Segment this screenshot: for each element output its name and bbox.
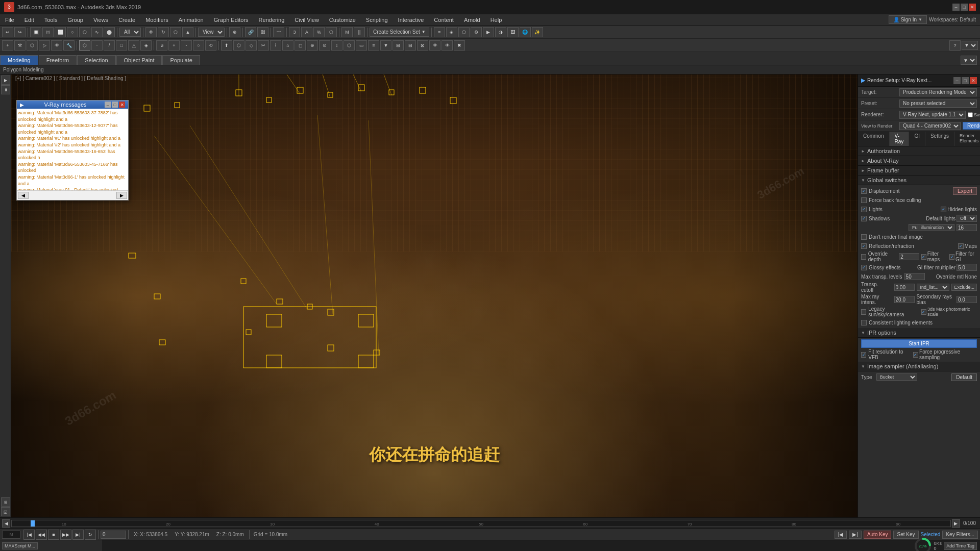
play-btn[interactable]: ▶ [1, 76, 10, 85]
weld-btn[interactable]: ⊕ [307, 40, 318, 51]
shrink-selection-btn[interactable]: - [181, 40, 192, 51]
percent-snap-btn[interactable]: % [313, 27, 325, 37]
cut-btn[interactable]: ✂ [258, 40, 269, 51]
3d-snap-btn[interactable]: 3 [289, 27, 300, 37]
rp-tab-vray[interactable]: V-Ray [890, 132, 910, 146]
menu-create[interactable]: Create [113, 14, 140, 25]
filter-maps-checkbox[interactable] [921, 254, 926, 260]
flip-btn[interactable]: ↕ [331, 40, 342, 51]
render-btn[interactable]: ▶ [483, 27, 494, 37]
undo-btn[interactable]: ↩ [2, 27, 13, 37]
render-setup-btn[interactable]: ⚙ [471, 27, 482, 37]
authorization-section-header[interactable]: Authorization [858, 146, 980, 156]
chamfer-btn[interactable]: ◇ [246, 40, 257, 51]
select-filter-dropdown[interactable]: All [119, 28, 141, 37]
play-fwd-btn[interactable]: ▶▶ [60, 530, 71, 540]
auto-key-btn[interactable]: Auto Key [864, 531, 892, 539]
lasso-select-btn[interactable]: ∿ [91, 27, 103, 37]
bevel-btn[interactable]: ⬡ [233, 40, 244, 51]
menu-civil-view[interactable]: Civil View [289, 14, 324, 25]
target-weld-btn[interactable]: ⊙ [319, 40, 330, 51]
ind-list-dropdown[interactable]: Ind_list... [917, 284, 950, 291]
paint-select-btn[interactable]: ⬤ [104, 27, 115, 37]
menu-edit[interactable]: Edit [19, 14, 39, 25]
max-transp-input[interactable] [904, 273, 925, 280]
vray-msg-next-btn[interactable]: ▶ [116, 192, 127, 199]
move-btn[interactable]: ✥ [145, 27, 157, 37]
menu-tools[interactable]: Tools [39, 14, 63, 25]
timeline-track[interactable]: 10 20 30 40 50 60 70 80 90 [11, 520, 951, 527]
tab-selection[interactable]: Selection [77, 55, 115, 65]
maximize-button[interactable]: □ [961, 4, 968, 11]
default-lights-dropdown[interactable]: Off [957, 215, 977, 222]
viewport-layout-btn[interactable]: ◱ [1, 507, 10, 516]
view-to-render-dropdown[interactable]: Quad 4 - Camera002 [899, 122, 961, 130]
vray-minimize-btn[interactable]: – [105, 102, 111, 108]
extrude-btn[interactable]: ⬆ [221, 40, 232, 51]
tessellate-btn[interactable]: ⬡ [344, 40, 355, 51]
schematic-view-btn[interactable]: ◈ [446, 27, 457, 37]
vertex-select-btn[interactable]: · [91, 40, 103, 51]
rect-select-btn[interactable]: ⬜ [55, 27, 66, 37]
select-obj-btn[interactable]: 🔲 [30, 27, 41, 37]
angle-snap-btn[interactable]: A [301, 27, 312, 37]
shadows-checkbox[interactable] [861, 216, 867, 221]
select-name-btn[interactable]: H [42, 27, 54, 37]
save-file-checkbox[interactable] [968, 112, 973, 117]
tab-freeform[interactable]: Freeform [39, 55, 77, 65]
menu-content[interactable]: Content [429, 14, 459, 25]
override-depth-input[interactable] [899, 253, 919, 260]
tab-modeling[interactable]: Modeling [0, 55, 38, 65]
render-frame-window-btn[interactable]: 🖼 [507, 27, 519, 37]
bridge-btn[interactable]: ⌂ [282, 40, 293, 51]
time-input[interactable] [101, 531, 126, 539]
soft-selection-btn[interactable]: ⌀ [156, 40, 167, 51]
play-prev-btn[interactable]: ◀◀ [36, 530, 47, 540]
align-btn2[interactable]: ≡ [368, 40, 379, 51]
rotate-btn[interactable]: ↻ [158, 27, 169, 37]
target-dropdown[interactable]: Production Rendering Mode [899, 88, 977, 96]
edge-select-btn[interactable]: / [104, 40, 115, 51]
spinner-snap-btn[interactable]: ⬡ [326, 27, 337, 37]
menu-animation[interactable]: Animation [174, 14, 209, 25]
display-panel-btn[interactable]: 👁 [51, 40, 62, 51]
sampler-default-btn[interactable]: Default [951, 373, 977, 381]
next-frame-btn[interactable]: ▶| [72, 530, 84, 540]
max-ray-input[interactable] [894, 296, 915, 303]
rp-tab-gi[interactable]: GI [909, 132, 925, 146]
full-illumination-input[interactable] [957, 224, 977, 231]
menu-rendering[interactable]: Rendering [254, 14, 290, 25]
tabs-dropdown[interactable]: ▼ [961, 56, 977, 65]
detach-btn[interactable]: ⊟ [405, 40, 416, 51]
filter-gi-checkbox[interactable] [949, 254, 954, 260]
consistent-lighting-checkbox[interactable] [861, 320, 867, 325]
menu-arnold[interactable]: Arnold [459, 14, 485, 25]
render-panel-minimize-btn[interactable]: – [953, 77, 961, 84]
fence-select-btn[interactable]: ⬡ [79, 27, 90, 37]
align-btn[interactable]: || [354, 27, 365, 37]
timeline-next-btn[interactable]: ▶ [952, 519, 960, 528]
image-sampler-section-header[interactable]: Image sampler (Antialiasing) [858, 362, 980, 371]
grow-selection-btn[interactable]: + [168, 40, 180, 51]
displacement-checkbox[interactable] [861, 188, 867, 194]
border-select-btn[interactable]: □ [116, 40, 127, 51]
ring-selection-btn[interactable]: ○ [193, 40, 204, 51]
cap-btn[interactable]: ◻ [295, 40, 306, 51]
menu-views[interactable]: Views [88, 14, 113, 25]
loop-selection-btn[interactable]: ⟲ [205, 40, 216, 51]
glossy-checkbox[interactable] [861, 265, 867, 270]
hidden-lights-checkbox[interactable] [941, 207, 946, 212]
dont-render-checkbox[interactable] [861, 234, 867, 240]
viewport[interactable]: [+] [ Camera002 ] [ Standard ] [ Default… [11, 74, 857, 517]
remove-iso-verts-btn[interactable]: ✖ [454, 40, 465, 51]
tab-object-paint[interactable]: Object Paint [116, 55, 162, 65]
menu-graph-editors[interactable]: Graph Editors [209, 14, 254, 25]
environment-btn[interactable]: 🌐 [520, 27, 531, 37]
menu-interactive[interactable]: Interactive [393, 14, 429, 25]
sampler-type-dropdown[interactable]: Bucket [876, 373, 917, 381]
fit-resolution-checkbox[interactable] [861, 352, 866, 358]
about-vray-section-header[interactable]: About V-Ray [858, 156, 980, 166]
preset-select-dropdown[interactable]: No preset selected [899, 99, 977, 108]
minimize-button[interactable]: – [952, 4, 960, 11]
sec-rays-input[interactable] [957, 296, 977, 303]
